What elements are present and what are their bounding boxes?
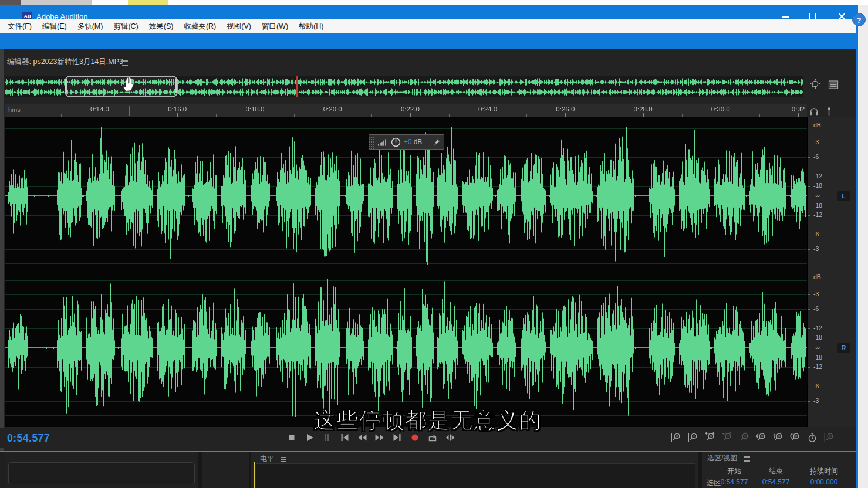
gain-knob-icon[interactable] (390, 137, 401, 148)
bottom-left-inset (8, 462, 195, 484)
desktop-background (858, 5, 868, 488)
selection-view-menu-icon[interactable] (744, 455, 750, 463)
hud-gain-control[interactable]: +0 dB (369, 134, 444, 150)
hand-cursor-icon (121, 75, 136, 93)
ruler-tick-label: 0:16.0 (168, 106, 187, 113)
ruler-marker (129, 106, 130, 116)
background-block (21, 0, 92, 5)
selection-row-label: 选区 (707, 478, 721, 488)
ruler-unit-label: hms (8, 106, 21, 113)
background-block (0, 0, 21, 5)
bracket-right-handle[interactable] (175, 79, 177, 93)
db-tick-label: -6 (813, 231, 819, 238)
help-bubble-icon[interactable]: ? (852, 13, 866, 26)
selection-end-value[interactable]: 0:54.577 (762, 478, 790, 486)
column-start: 开始 (727, 466, 741, 476)
bracket-left-handle[interactable] (65, 79, 67, 93)
pin-icon[interactable] (432, 138, 441, 147)
levels-meter[interactable] (256, 463, 695, 488)
screen: Au Adobe Audition ? 文件(F)编辑(E)多轨(M)剪辑(C)… (0, 0, 868, 488)
db-tick-label: -6 (813, 305, 819, 312)
ruler-tick-label: 0:18.0 (245, 106, 264, 113)
overview-strip[interactable] (5, 76, 803, 97)
hud-gain-unit: dB (414, 138, 423, 146)
db-tick-label: -3 (813, 245, 819, 252)
level-bars-icon (377, 138, 387, 147)
db-tick-label: -3 (813, 397, 819, 404)
menu-item-8[interactable]: 帮助(H) (293, 19, 329, 33)
db-tick-label: -3 (813, 290, 819, 297)
channel-badge-L[interactable]: L (837, 191, 850, 201)
timeline-ruler[interactable]: hms 0:14.00:16.00:18.00:20.00:22.00:24.0… (5, 104, 807, 117)
ruler-tick-label: 0:28.0 (634, 106, 653, 113)
ruler-tick-label: 0:30.0 (711, 106, 730, 113)
marker-tool-icon[interactable] (824, 106, 834, 117)
ruler-tick-label: 0:32 (792, 106, 805, 113)
db-tick-label: -6 (813, 153, 819, 160)
bottom-left-panel (5, 452, 198, 488)
bottom-dock: 电平 选区/视图 开始 结束 持续时间 选区 0:54.577 0:54.577… (0, 452, 856, 488)
channel-badge-R[interactable]: R (837, 343, 850, 353)
menu-item-3[interactable]: 剪辑(C) (108, 19, 143, 33)
panel-list-icon[interactable] (828, 80, 839, 90)
ruler-tick-label: 0:20.0 (323, 106, 342, 113)
db-tick-label: -∞ (813, 344, 820, 351)
db-tick-label: -12 (813, 211, 822, 218)
selection-start-value[interactable]: 0:54.577 (721, 478, 748, 486)
levels-meter-indicator (254, 462, 255, 488)
menu-item-7[interactable]: 窗口(W) (256, 19, 293, 33)
selection-view-title[interactable]: 选区/视图 (707, 453, 737, 463)
headphones-icon[interactable] (809, 106, 819, 116)
menu-item-2[interactable]: 多轨(M) (72, 19, 109, 33)
title-bar: Au Adobe Audition (0, 5, 856, 19)
db-tick-label: -∞ (813, 192, 820, 199)
selection-view-panel: 选区/视图 开始 结束 持续时间 选区 0:54.577 0:54.577 0:… (702, 452, 856, 488)
amplitude-scale: dB-3-6-12-18-∞-18-12-6-3LdB-3-6-12-18-∞-… (807, 117, 856, 427)
db-tick-label: -12 (813, 172, 822, 179)
background-highlight-block (128, 0, 168, 5)
ruler-tick-label: 0:24.0 (478, 106, 497, 113)
overview-playhead (296, 76, 298, 97)
db-tick-label: -3 (813, 138, 819, 145)
editor-panel: 编辑器: ps2023新特性3月14日.MP3 hms 0:14.00:16.0… (0, 49, 856, 488)
hud-grip-handle[interactable] (369, 135, 374, 149)
levels-panel-menu-icon[interactable] (281, 456, 286, 463)
menu-item-5[interactable]: 收藏夹(R) (178, 19, 221, 33)
levels-panel-title[interactable]: 电平 (260, 454, 274, 464)
bottom-narrow-panel (202, 452, 249, 488)
editor-tab[interactable]: 编辑器: ps2023新特性3月14日.MP3 (7, 57, 123, 67)
db-tick-label: -18 (813, 354, 822, 361)
menu-item-0[interactable]: 文件(F) (2, 19, 37, 33)
db-tick-label: -18 (813, 182, 822, 189)
ruler-tick-label: 0:22.0 (401, 106, 420, 113)
db-header: dB (813, 121, 821, 128)
docked-header-strip (0, 33, 856, 49)
db-header: dB (813, 273, 821, 280)
db-tick-label: -6 (813, 382, 819, 389)
background-window-strip (0, 0, 868, 5)
menu-bar: 文件(F)编辑(E)多轨(M)剪辑(C)效果(S)收藏夹(R)视图(V)窗口(W… (0, 19, 856, 33)
menu-item-4[interactable]: 效果(S) (144, 19, 179, 33)
db-tick-label: -12 (813, 324, 822, 331)
ruler-tick-label: 0:14.0 (90, 106, 109, 113)
column-duration: 持续时间 (810, 466, 838, 476)
db-tick-label: -18 (813, 202, 822, 209)
hud-gain-value[interactable]: +0 (404, 138, 412, 146)
db-tick-label: -18 (813, 334, 822, 341)
levels-panel: 电平 (251, 452, 698, 488)
ruler-tick-label: 0:26.0 (556, 106, 575, 113)
db-tick-label: -12 (813, 363, 822, 370)
waveform-display[interactable] (5, 117, 807, 427)
navigate-zoom-icon[interactable] (809, 79, 822, 90)
menu-item-6[interactable]: 视图(V) (221, 19, 256, 33)
column-end: 结束 (769, 466, 783, 476)
panel-menu-icon[interactable] (122, 59, 128, 67)
video-subtitle: 这些停顿都是无意义的 (0, 406, 856, 435)
menu-item-1[interactable]: 编辑(E) (37, 19, 72, 33)
selection-duration-value[interactable]: 0:00.000 (810, 478, 838, 486)
